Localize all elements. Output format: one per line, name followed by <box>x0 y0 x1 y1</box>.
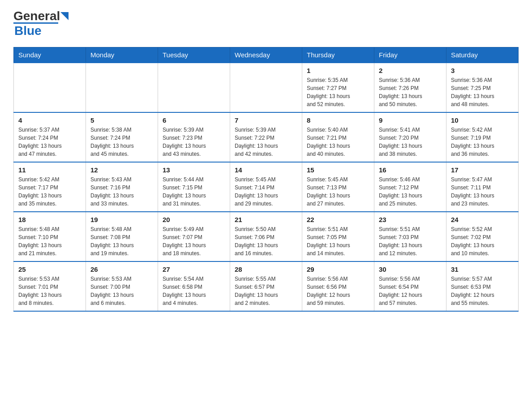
day-number: 12 <box>90 166 153 174</box>
calendar-cell <box>86 63 158 112</box>
day-info: Sunrise: 5:55 AM Sunset: 6:57 PM Dayligh… <box>235 275 297 307</box>
day-info: Sunrise: 5:36 AM Sunset: 7:26 PM Dayligh… <box>379 76 442 108</box>
day-number: 30 <box>379 265 442 273</box>
day-info: Sunrise: 5:44 AM Sunset: 7:15 PM Dayligh… <box>163 176 225 208</box>
calendar-cell: 3Sunrise: 5:36 AM Sunset: 7:25 PM Daylig… <box>446 63 519 112</box>
day-info: Sunrise: 5:48 AM Sunset: 7:10 PM Dayligh… <box>18 225 81 257</box>
calendar-cell: 27Sunrise: 5:54 AM Sunset: 6:58 PM Dayli… <box>158 261 230 311</box>
day-number: 23 <box>379 216 442 223</box>
calendar-cell: 31Sunrise: 5:57 AM Sunset: 6:53 PM Dayli… <box>446 261 519 311</box>
calendar-cell: 26Sunrise: 5:53 AM Sunset: 7:00 PM Dayli… <box>86 261 158 311</box>
day-info: Sunrise: 5:42 AM Sunset: 7:17 PM Dayligh… <box>18 176 81 208</box>
day-number: 3 <box>451 67 514 74</box>
logo-text: General <box>13 9 70 23</box>
day-number: 21 <box>235 216 297 223</box>
calendar-cell: 4Sunrise: 5:37 AM Sunset: 7:24 PM Daylig… <box>14 112 86 162</box>
day-info: Sunrise: 5:49 AM Sunset: 7:07 PM Dayligh… <box>163 225 225 257</box>
day-info: Sunrise: 5:41 AM Sunset: 7:20 PM Dayligh… <box>379 126 442 158</box>
calendar-cell: 17Sunrise: 5:47 AM Sunset: 7:11 PM Dayli… <box>446 162 519 212</box>
calendar-table: SundayMondayTuesdayWednesdayThursdayFrid… <box>13 47 519 312</box>
calendar-cell: 22Sunrise: 5:51 AM Sunset: 7:05 PM Dayli… <box>302 212 374 261</box>
day-info: Sunrise: 5:52 AM Sunset: 7:02 PM Dayligh… <box>451 225 514 257</box>
day-info: Sunrise: 5:48 AM Sunset: 7:08 PM Dayligh… <box>90 225 153 257</box>
weekday-header-friday: Friday <box>374 47 446 63</box>
calendar-cell: 7Sunrise: 5:39 AM Sunset: 7:22 PM Daylig… <box>230 112 302 162</box>
weekday-header-wednesday: Wednesday <box>230 47 302 63</box>
day-number: 11 <box>18 166 81 174</box>
calendar-week-1: 1Sunrise: 5:35 AM Sunset: 7:27 PM Daylig… <box>14 63 519 112</box>
calendar-cell: 11Sunrise: 5:42 AM Sunset: 7:17 PM Dayli… <box>14 162 86 212</box>
calendar-cell: 5Sunrise: 5:38 AM Sunset: 7:24 PM Daylig… <box>86 112 158 162</box>
day-info: Sunrise: 5:37 AM Sunset: 7:24 PM Dayligh… <box>18 126 81 158</box>
day-info: Sunrise: 5:42 AM Sunset: 7:19 PM Dayligh… <box>451 126 514 158</box>
day-number: 22 <box>307 216 369 223</box>
day-info: Sunrise: 5:45 AM Sunset: 7:14 PM Dayligh… <box>235 176 297 208</box>
day-number: 10 <box>451 116 514 124</box>
svg-marker-0 <box>60 12 69 20</box>
day-number: 24 <box>451 216 514 223</box>
day-number: 31 <box>451 265 514 273</box>
day-info: Sunrise: 5:54 AM Sunset: 6:58 PM Dayligh… <box>163 275 225 307</box>
logo-triangle-icon <box>60 12 70 20</box>
weekday-header-saturday: Saturday <box>446 47 519 63</box>
calendar-cell: 13Sunrise: 5:44 AM Sunset: 7:15 PM Dayli… <box>158 162 230 212</box>
calendar-cell: 28Sunrise: 5:55 AM Sunset: 6:57 PM Dayli… <box>230 261 302 311</box>
day-number: 4 <box>18 116 81 124</box>
day-number: 17 <box>451 166 514 174</box>
day-number: 16 <box>379 166 442 174</box>
day-info: Sunrise: 5:56 AM Sunset: 6:56 PM Dayligh… <box>307 275 369 307</box>
day-info: Sunrise: 5:50 AM Sunset: 7:06 PM Dayligh… <box>235 225 297 257</box>
calendar-cell: 6Sunrise: 5:39 AM Sunset: 7:23 PM Daylig… <box>158 112 230 162</box>
weekday-header-tuesday: Tuesday <box>158 47 230 63</box>
day-info: Sunrise: 5:40 AM Sunset: 7:21 PM Dayligh… <box>307 126 369 158</box>
day-number: 15 <box>307 166 369 174</box>
weekday-header-thursday: Thursday <box>302 47 374 63</box>
calendar-cell: 15Sunrise: 5:45 AM Sunset: 7:13 PM Dayli… <box>302 162 374 212</box>
calendar-cell <box>230 63 302 112</box>
logo-blue-text: Blue <box>14 24 42 38</box>
calendar-cell: 21Sunrise: 5:50 AM Sunset: 7:06 PM Dayli… <box>230 212 302 261</box>
day-number: 28 <box>235 265 297 273</box>
day-number: 1 <box>307 67 369 74</box>
day-info: Sunrise: 5:43 AM Sunset: 7:16 PM Dayligh… <box>90 176 153 208</box>
day-number: 27 <box>163 265 225 273</box>
day-info: Sunrise: 5:51 AM Sunset: 7:03 PM Dayligh… <box>379 225 442 257</box>
calendar-cell: 23Sunrise: 5:51 AM Sunset: 7:03 PM Dayli… <box>374 212 446 261</box>
day-info: Sunrise: 5:56 AM Sunset: 6:54 PM Dayligh… <box>379 275 442 307</box>
day-info: Sunrise: 5:36 AM Sunset: 7:25 PM Dayligh… <box>451 76 514 108</box>
calendar-cell: 30Sunrise: 5:56 AM Sunset: 6:54 PM Dayli… <box>374 261 446 311</box>
calendar-cell: 10Sunrise: 5:42 AM Sunset: 7:19 PM Dayli… <box>446 112 519 162</box>
calendar-cell: 14Sunrise: 5:45 AM Sunset: 7:14 PM Dayli… <box>230 162 302 212</box>
calendar-week-4: 18Sunrise: 5:48 AM Sunset: 7:10 PM Dayli… <box>14 212 519 261</box>
day-number: 13 <box>163 166 225 174</box>
day-number: 19 <box>90 216 153 223</box>
day-info: Sunrise: 5:39 AM Sunset: 7:22 PM Dayligh… <box>235 126 297 158</box>
day-info: Sunrise: 5:46 AM Sunset: 7:12 PM Dayligh… <box>379 176 442 208</box>
day-number: 9 <box>379 116 442 124</box>
calendar-cell: 16Sunrise: 5:46 AM Sunset: 7:12 PM Dayli… <box>374 162 446 212</box>
day-number: 29 <box>307 265 369 273</box>
calendar-week-2: 4Sunrise: 5:37 AM Sunset: 7:24 PM Daylig… <box>14 112 519 162</box>
day-number: 5 <box>90 116 153 124</box>
calendar-cell: 20Sunrise: 5:49 AM Sunset: 7:07 PM Dayli… <box>158 212 230 261</box>
calendar-cell: 19Sunrise: 5:48 AM Sunset: 7:08 PM Dayli… <box>86 212 158 261</box>
calendar-cell: 2Sunrise: 5:36 AM Sunset: 7:26 PM Daylig… <box>374 63 446 112</box>
weekday-header-row: SundayMondayTuesdayWednesdayThursdayFrid… <box>14 47 519 63</box>
day-info: Sunrise: 5:53 AM Sunset: 7:01 PM Dayligh… <box>18 275 81 307</box>
day-number: 2 <box>379 67 442 74</box>
day-info: Sunrise: 5:51 AM Sunset: 7:05 PM Dayligh… <box>307 225 369 257</box>
day-info: Sunrise: 5:47 AM Sunset: 7:11 PM Dayligh… <box>451 176 514 208</box>
calendar-week-3: 11Sunrise: 5:42 AM Sunset: 7:17 PM Dayli… <box>14 162 519 212</box>
calendar-cell: 18Sunrise: 5:48 AM Sunset: 7:10 PM Dayli… <box>14 212 86 261</box>
day-number: 8 <box>307 116 369 124</box>
day-number: 20 <box>163 216 225 223</box>
day-number: 7 <box>235 116 297 124</box>
day-number: 14 <box>235 166 297 174</box>
day-info: Sunrise: 5:39 AM Sunset: 7:23 PM Dayligh… <box>163 126 225 158</box>
logo: General Blue <box>13 9 70 38</box>
calendar-cell: 9Sunrise: 5:41 AM Sunset: 7:20 PM Daylig… <box>374 112 446 162</box>
calendar-cell: 8Sunrise: 5:40 AM Sunset: 7:21 PM Daylig… <box>302 112 374 162</box>
day-number: 25 <box>18 265 81 273</box>
weekday-header-sunday: Sunday <box>14 47 86 63</box>
calendar-cell <box>158 63 230 112</box>
